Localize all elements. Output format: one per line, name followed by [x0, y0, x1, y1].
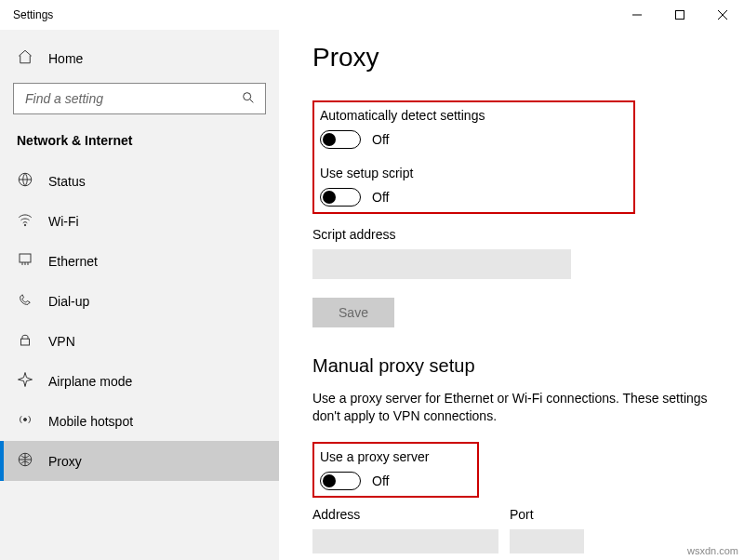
content-area: Proxy Automatically detect settings Off … [279, 30, 744, 560]
hotspot-icon [17, 411, 33, 431]
auto-detect-state: Off [372, 132, 389, 147]
sidebar-item-ethernet[interactable]: Ethernet [0, 241, 279, 281]
search-input[interactable] [23, 90, 209, 107]
svg-rect-0 [676, 11, 684, 20]
maximize-button[interactable] [658, 0, 701, 30]
watermark: wsxdn.com [687, 545, 738, 556]
page-title: Proxy [312, 43, 722, 73]
sidebar-item-vpn[interactable]: VPN [0, 321, 279, 361]
sidebar-item-label: Mobile hotspot [48, 414, 133, 429]
highlight-box-auto: Automatically detect settings Off Use se… [312, 100, 635, 214]
auto-detect-label: Automatically detect settings [320, 108, 485, 123]
auto-detect-toggle[interactable] [320, 130, 361, 149]
sidebar-item-hotspot[interactable]: Mobile hotspot [0, 401, 279, 441]
svg-rect-5 [21, 339, 30, 345]
sidebar-item-label: VPN [48, 334, 75, 349]
sidebar-item-dialup[interactable]: Dial-up [0, 281, 279, 321]
sidebar-item-label: Airplane mode [48, 374, 132, 389]
address-input[interactable] [312, 529, 498, 553]
sidebar-item-label: Ethernet [48, 254, 98, 269]
home-icon [17, 48, 33, 68]
minimize-button[interactable] [616, 0, 658, 30]
wifi-icon [17, 211, 33, 231]
dialup-icon [17, 291, 33, 311]
close-button[interactable] [701, 0, 744, 30]
airplane-icon [17, 371, 33, 391]
sidebar-item-status[interactable]: Status [0, 161, 279, 201]
use-script-label: Use setup script [320, 166, 485, 180]
globe-icon [17, 171, 33, 191]
use-script-toggle[interactable] [320, 188, 361, 207]
port-label: Port [510, 507, 584, 522]
vpn-icon [17, 331, 33, 351]
script-address-input[interactable] [312, 249, 571, 279]
sidebar-item-airplane[interactable]: Airplane mode [0, 361, 279, 401]
use-proxy-label: Use a proxy server [320, 449, 429, 464]
search-box[interactable] [13, 83, 266, 114]
home-nav[interactable]: Home [0, 39, 279, 77]
manual-description: Use a proxy server for Ethernet or Wi-Fi… [312, 390, 722, 425]
save-button[interactable]: Save [312, 298, 394, 327]
window-title: Settings [13, 8, 53, 21]
svg-point-3 [24, 224, 26, 226]
highlight-box-manual: Use a proxy server Off [312, 442, 479, 498]
address-label: Address [312, 507, 498, 522]
sidebar-item-label: Status [48, 174, 86, 189]
ethernet-icon [17, 251, 33, 271]
use-proxy-toggle[interactable] [320, 472, 361, 490]
sidebar-item-wifi[interactable]: Wi-Fi [0, 201, 279, 241]
home-label: Home [48, 51, 83, 66]
sidebar: Home Network & Internet Status Wi-Fi Eth… [0, 30, 279, 560]
script-address-label: Script address [312, 227, 722, 242]
manual-title: Manual proxy setup [312, 355, 722, 377]
use-script-state: Off [372, 190, 389, 205]
sidebar-item-label: Wi-Fi [48, 214, 79, 229]
use-proxy-state: Off [372, 473, 389, 488]
search-icon [241, 90, 256, 108]
sidebar-section-title: Network & Internet [0, 129, 279, 161]
sidebar-item-label: Dial-up [48, 294, 89, 309]
svg-point-1 [244, 92, 251, 100]
port-input[interactable] [510, 529, 584, 553]
svg-rect-4 [20, 254, 31, 262]
sidebar-item-label: Proxy [48, 454, 82, 469]
sidebar-item-proxy[interactable]: Proxy [0, 441, 279, 481]
proxy-icon [17, 451, 33, 471]
svg-point-6 [24, 419, 27, 421]
